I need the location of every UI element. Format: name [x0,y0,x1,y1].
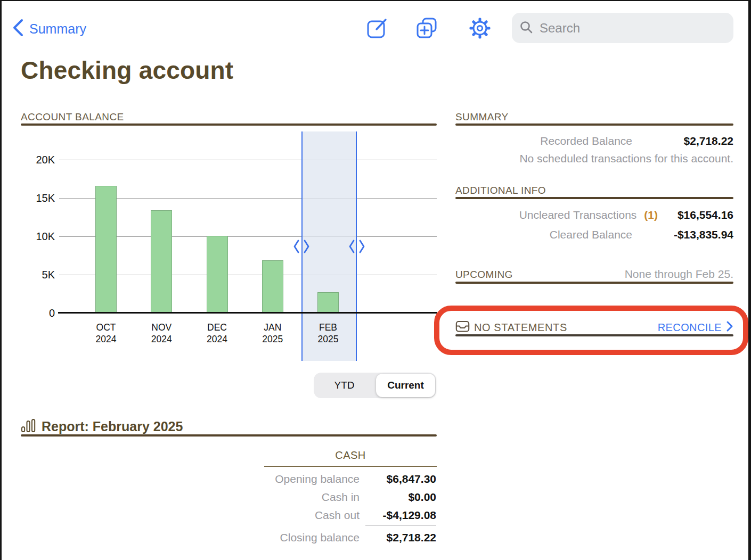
scheduled-transactions-note: No scheduled transactions for this accou… [455,152,733,165]
cleared-balance-row: Cleared Balance -$13,835.94 [455,228,733,241]
uncleared-count-badge[interactable]: (1) [644,209,658,221]
upcoming-row: UPCOMING None through Feb 25. [455,268,733,281]
upcoming-section-title: UPCOMING [455,269,625,281]
cash-in-label: Cash in [225,491,360,504]
selection-right-handle-icon[interactable] [348,239,365,254]
search-input[interactable] [538,20,726,36]
section-rule [21,123,437,126]
section-rule [21,434,437,437]
bar-jan-2025[interactable] [262,260,283,313]
back-button[interactable]: Summary [12,19,86,39]
upcoming-value: None through Feb 25. [625,268,733,281]
opening-balance-label: Opening balance [225,473,360,485]
recorded-balance-value: $2,718.22 [632,135,733,147]
section-rule [455,197,733,199]
compose-icon[interactable] [365,17,389,40]
duplicate-add-icon[interactable] [415,17,438,40]
back-label: Summary [29,21,86,37]
back-chevron-icon [12,19,24,39]
statements-row[interactable]: NO STATEMENTS RECONCILE [455,319,733,335]
section-rule [455,282,733,284]
x-axis-label: JAN2025 [249,322,297,345]
total-separator [365,525,436,526]
closing-balance-value: $2,718.22 [360,531,436,544]
selection-left-handle-icon[interactable] [293,239,310,254]
reconcile-link[interactable]: RECONCILE [658,320,733,335]
reconcile-chevron-icon [726,320,733,335]
chart-section-title: ACCOUNT BALANCE [21,111,124,123]
section-rule [455,123,733,126]
x-axis-label: DEC2024 [193,322,241,345]
y-axis-tick: 0 [23,306,55,320]
cleared-balance-label: Cleared Balance [455,228,632,241]
statements-tray-icon [455,320,470,335]
toggle-current[interactable]: Current [375,380,436,391]
bar-feb-2025[interactable] [317,292,339,313]
reconcile-label: RECONCILE [658,322,722,334]
y-axis-tick: 20K [23,153,55,167]
app-window: Summary [0,0,751,560]
opening-balance-row: Opening balance $6,847.30 [225,473,436,485]
uncleared-transactions-label: Uncleared Transactions [455,209,636,221]
bar-nov-2024[interactable] [151,210,172,313]
cash-header-rule [264,466,437,467]
y-axis-tick: 15K [23,191,55,205]
cash-out-row: Cash out -$4,129.08 [225,509,436,522]
report-header: Report: February 2025 [21,418,183,435]
settings-gear-icon[interactable] [468,17,492,40]
uncleared-transactions-value: $16,554.16 [664,209,733,221]
opening-balance-value: $6,847.30 [360,473,436,485]
cash-column-header: CASH [264,449,437,462]
balance-chart: 20K15K10K5K0OCT2024NOV2024DEC2024JAN2025… [21,129,437,363]
cash-in-value: $0.00 [360,491,436,504]
page-title: Checking account [21,56,233,85]
gridline [59,160,437,160]
closing-balance-row: Closing balance $2,718.22 [225,531,436,544]
bar-dec-2024[interactable] [207,236,228,313]
search-input-container[interactable] [512,13,733,43]
toggle-ytd[interactable]: YTD [314,380,375,391]
closing-balance-label: Closing balance [225,531,360,544]
statements-rule [455,334,733,336]
uncleared-transactions-row: Uncleared Transactions (1) $16,554.16 [455,209,733,221]
y-axis-tick: 5K [23,268,55,282]
recorded-balance-label: Recorded Balance [455,135,632,147]
cash-in-row: Cash in $0.00 [225,491,436,504]
bar-chart-icon [21,418,36,435]
bar-oct-2024[interactable] [95,186,117,313]
y-axis-tick: 10K [23,229,55,243]
report-title: Report: February 2025 [42,419,183,434]
cleared-balance-value: -$13,835.94 [632,228,733,241]
x-axis-line [58,312,437,314]
chart-range-toggle: YTD Current [314,373,436,398]
search-icon [519,20,533,36]
recorded-balance-row: Recorded Balance $2,718.22 [455,135,733,147]
additional-info-section-title: ADDITIONAL INFO [455,185,546,196]
x-axis-label: FEB2025 [304,322,352,345]
cash-out-label: Cash out [225,509,360,522]
cash-out-value: -$4,129.08 [360,509,436,522]
x-axis-label: NOV2024 [137,322,185,345]
no-statements-label: NO STATEMENTS [474,322,567,334]
summary-section-title: SUMMARY [455,111,509,123]
x-axis-label: OCT2024 [82,322,130,345]
